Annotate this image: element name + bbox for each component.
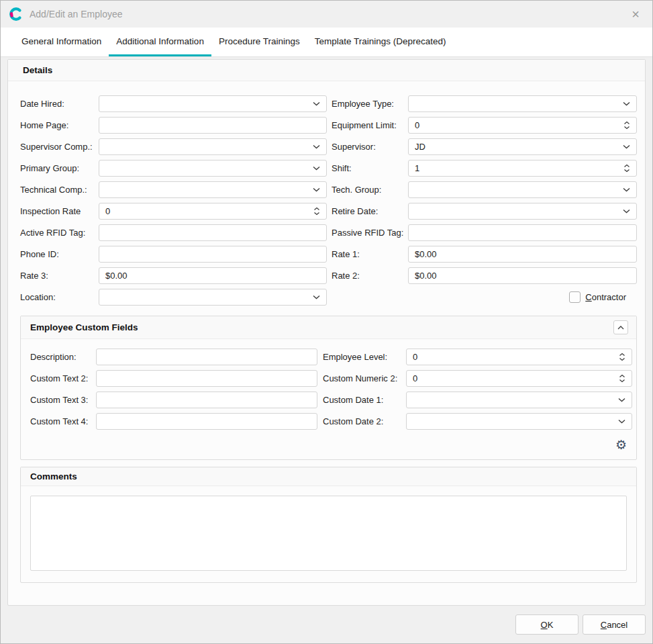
rate-3-input[interactable] — [99, 267, 327, 284]
titlebar[interactable]: Add/Edit an Employee × — [1, 1, 652, 28]
tab-procedure-trainings[interactable]: Procedure Trainings — [211, 28, 307, 56]
location-label: Location: — [20, 292, 99, 302]
cancel-button[interactable]: Cancel — [583, 614, 646, 635]
custom-date-1-label: Custom Date 1: — [323, 395, 406, 405]
custom-numeric-2-spinner[interactable]: 0 — [406, 370, 632, 387]
tab-additional-information[interactable]: Additional Information — [109, 28, 211, 56]
chevron-down-icon — [623, 209, 630, 214]
collapse-button[interactable] — [613, 320, 628, 334]
chevron-down-icon — [313, 187, 320, 192]
form-row: Custom Text 3: Custom Date 1: — [30, 392, 632, 408]
custom-text-3-label: Custom Text 3: — [30, 395, 96, 405]
primary-group-combo[interactable] — [99, 160, 327, 177]
form-row: Date Hired: Employee Type: — [20, 95, 637, 112]
tab-general-information[interactable]: General Information — [14, 28, 109, 56]
shift-spinner[interactable]: 1 — [408, 160, 637, 177]
phone-id-label: Phone ID: — [20, 249, 99, 259]
chevron-down-icon — [623, 101, 630, 106]
equipment-limit-label: Equipment Limit: — [332, 120, 408, 130]
details-body: Date Hired: Employee Type: Home Page: — [8, 81, 645, 605]
supervisor-comp-combo[interactable] — [99, 138, 327, 155]
form-row: Rate 3: Rate 2: — [20, 267, 637, 284]
employee-level-spinner[interactable]: 0 — [406, 349, 632, 365]
active-rfid-input[interactable] — [99, 224, 327, 241]
inspection-rate-label: Inspection Rate — [20, 206, 99, 216]
rate-1-label: Rate 1: — [332, 249, 408, 259]
close-icon[interactable]: × — [625, 4, 646, 24]
chevron-down-icon — [623, 187, 630, 192]
chevron-down-icon — [313, 295, 320, 300]
add-edit-employee-dialog: Add/Edit an Employee × General Informati… — [0, 0, 653, 644]
form-row: Phone ID: Rate 1: — [20, 246, 637, 263]
details-title: Details — [23, 65, 52, 75]
spinner-updown-icon[interactable] — [619, 374, 625, 383]
custom-text-4-label: Custom Text 4: — [30, 416, 96, 426]
form-row: Supervisor Comp.: Supervisor: JD — [20, 138, 637, 155]
custom-date-2-label: Custom Date 2: — [323, 416, 406, 426]
custom-date-2-combo[interactable] — [406, 413, 632, 430]
chevron-down-icon — [623, 144, 630, 149]
supervisor-label: Supervisor: — [332, 142, 408, 152]
home-page-label: Home Page: — [20, 120, 99, 130]
primary-group-label: Primary Group: — [20, 163, 99, 173]
chevron-down-icon — [313, 101, 320, 106]
spinner-updown-icon[interactable] — [623, 121, 630, 130]
retire-date-label: Retire Date: — [332, 206, 408, 216]
details-header: Details — [8, 60, 645, 81]
supervisor-comp-label: Supervisor Comp.: — [20, 142, 99, 152]
equipment-limit-spinner[interactable]: 0 — [408, 117, 637, 134]
form-row: Active RFID Tag: Passive RFID Tag: — [20, 224, 637, 241]
custom-fields-body: Description: Employee Level: 0 Custom Te… — [21, 339, 636, 430]
comments-groupbox: Comments — [20, 467, 637, 583]
employee-level-label: Employee Level: — [323, 352, 406, 362]
chevron-up-icon — [617, 326, 624, 330]
technical-comp-label: Technical Comp.: — [20, 185, 99, 195]
contractor-field: Contractor — [569, 289, 626, 306]
custom-text-2-input[interactable] — [96, 370, 317, 387]
details-groupbox: Details Date Hired: Employee Type: — [7, 59, 646, 606]
description-label: Description: — [30, 352, 96, 362]
supervisor-combo[interactable]: JD — [408, 138, 637, 155]
inspection-rate-spinner[interactable]: 0 — [99, 203, 327, 220]
description-input[interactable] — [96, 349, 317, 365]
date-hired-combo[interactable] — [99, 95, 327, 112]
ok-button[interactable]: OK — [515, 614, 579, 635]
contractor-checkbox[interactable] — [569, 291, 581, 303]
employee-type-label: Employee Type: — [332, 99, 408, 109]
dialog-content: Details Date Hired: Employee Type: — [1, 57, 652, 606]
comments-textarea[interactable] — [30, 496, 627, 571]
app-logo-icon — [9, 7, 23, 21]
chevron-down-icon — [313, 144, 320, 149]
spinner-updown-icon[interactable] — [313, 207, 320, 216]
shift-label: Shift: — [332, 163, 408, 173]
home-page-input[interactable] — [99, 117, 327, 134]
technical-comp-combo[interactable] — [99, 181, 327, 198]
form-row: Inspection Rate 0 Retire Date: — [20, 203, 637, 220]
custom-date-1-combo[interactable] — [406, 392, 632, 408]
comments-header: Comments — [21, 467, 636, 486]
spinner-updown-icon[interactable] — [623, 164, 630, 173]
chevron-down-icon — [618, 419, 625, 424]
tab-bar: General Information Additional Informati… — [1, 28, 652, 57]
comments-title: Comments — [30, 471, 77, 481]
custom-fields-header: Employee Custom Fields — [21, 316, 636, 339]
tab-template-trainings[interactable]: Template Trainings (Deprecated) — [307, 28, 454, 56]
form-row: Primary Group: Shift: 1 — [20, 160, 637, 177]
employee-type-combo[interactable] — [408, 95, 637, 112]
rate-1-input[interactable] — [408, 246, 637, 263]
form-row: Custom Text 2: Custom Numeric 2: 0 — [30, 370, 632, 387]
dialog-footer: OK Cancel — [1, 606, 652, 643]
custom-text-4-input[interactable] — [96, 413, 317, 430]
rate-2-input[interactable] — [408, 267, 637, 284]
retire-date-combo[interactable] — [408, 203, 637, 220]
tech-group-combo[interactable] — [408, 181, 637, 198]
active-rfid-label: Active RFID Tag: — [20, 228, 99, 238]
phone-id-input[interactable] — [99, 246, 327, 263]
passive-rfid-input[interactable] — [408, 224, 637, 241]
custom-fields-footer: ⚙ — [21, 434, 636, 459]
location-combo[interactable] — [99, 289, 327, 306]
gear-icon[interactable]: ⚙ — [615, 439, 627, 451]
spinner-updown-icon[interactable] — [619, 353, 625, 361]
custom-text-3-input[interactable] — [96, 392, 317, 408]
form-row: Home Page: Equipment Limit: 0 — [20, 117, 637, 134]
